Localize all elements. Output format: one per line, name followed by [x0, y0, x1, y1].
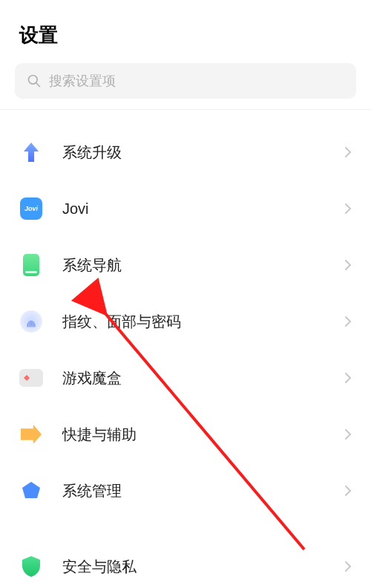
chevron-right-icon [344, 561, 352, 572]
jovi-icon: Jovi [19, 197, 43, 220]
chevron-right-icon [344, 146, 352, 158]
chevron-right-icon [344, 372, 352, 384]
chevron-right-icon [344, 485, 352, 497]
page-title: 设置 [19, 22, 352, 48]
chevron-right-icon [344, 428, 352, 440]
item-label: 游戏魔盒 [62, 368, 344, 388]
item-label: 系统导航 [62, 255, 344, 275]
fingerprint-icon [19, 310, 43, 333]
item-game-box[interactable]: 游戏魔盒 [0, 350, 371, 406]
chevron-right-icon [344, 203, 352, 215]
navigation-icon [19, 253, 43, 277]
item-security-privacy[interactable]: 安全与隐私 [0, 538, 371, 588]
item-system-navigation[interactable]: 系统导航 [0, 237, 371, 293]
search-input[interactable]: 搜索设置项 [15, 63, 356, 99]
item-label: 指纹、面部与密码 [62, 312, 344, 332]
page-header: 设置 [0, 0, 371, 63]
upgrade-icon [19, 140, 43, 164]
item-label: 快捷与辅助 [62, 425, 344, 445]
search-placeholder: 搜索设置项 [49, 72, 116, 90]
item-label: 系统管理 [62, 481, 344, 501]
game-box-icon [19, 366, 43, 390]
item-system-upgrade[interactable]: 系统升级 [0, 124, 371, 180]
item-label: 安全与隐私 [62, 557, 344, 577]
item-shortcut-accessibility[interactable]: 快捷与辅助 [0, 406, 371, 463]
search-icon [27, 74, 42, 88]
item-jovi[interactable]: Jovi Jovi [0, 180, 371, 237]
item-system-management[interactable]: 系统管理 [0, 463, 371, 519]
shortcut-icon [19, 422, 43, 446]
svg-line-1 [36, 83, 40, 87]
item-fingerprint-face-password[interactable]: 指纹、面部与密码 [0, 293, 371, 350]
item-label: 系统升级 [62, 143, 344, 163]
group-gap [0, 519, 371, 538]
system-management-icon [19, 479, 43, 503]
shield-icon [19, 555, 43, 578]
chevron-right-icon [344, 316, 352, 327]
settings-list: 系统升级 Jovi Jovi 系统导航 指纹、面部与密码 游戏魔盒 [0, 124, 371, 588]
search-wrapper: 搜索设置项 [0, 63, 371, 109]
item-label: Jovi [62, 200, 344, 218]
section-divider [0, 109, 371, 124]
chevron-right-icon [344, 259, 352, 271]
svg-marker-2 [22, 482, 40, 498]
